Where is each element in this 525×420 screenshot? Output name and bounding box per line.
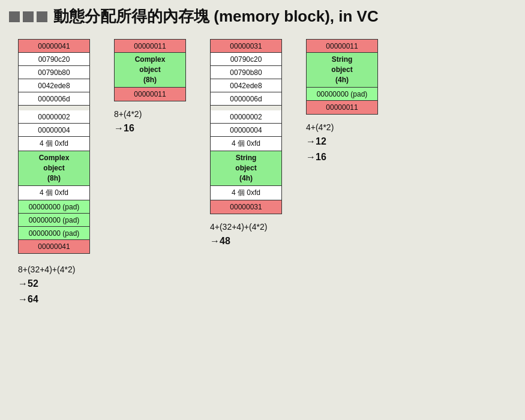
table-row: 4 個 0xfd (211, 186, 281, 200)
memory-column-2: 00000011Complexobject(8h)000000118+(4*2)… (114, 39, 186, 136)
formula-line: →52 (18, 276, 75, 292)
table-row: Stringobject(4h) (307, 53, 377, 88)
table-row: Complexobject(8h) (115, 53, 185, 88)
table-row: 00790b80 (211, 66, 281, 79)
formula-line: 8+(32+4)+(4*2) (18, 263, 75, 276)
window-controls (9, 11, 47, 22)
formula-2: 8+(4*2)→16 (114, 107, 142, 136)
table-row: 4 個 0xfd (19, 137, 89, 151)
table-row: 0042ede8 (211, 79, 281, 92)
memory-column-1: 0000004100790c2000790b800042ede80000006d… (18, 39, 90, 307)
mem-block-4: 00000011Stringobject(4h)00000000 (pad)00… (306, 39, 378, 115)
formula-line: →12 (306, 134, 334, 149)
table-row: 00000004 (211, 124, 281, 137)
formula-line: →64 (18, 292, 75, 307)
table-row: 00000002 (19, 110, 89, 124)
table-row: 00000011 (307, 40, 377, 53)
table-row: 00000041 (19, 240, 89, 253)
formula-3: 4+(32+4)+(4*2)→48 (210, 220, 267, 249)
win-btn-1[interactable] (9, 11, 20, 22)
table-row: 00000000 (pad) (307, 88, 377, 101)
table-row: 00000004 (19, 124, 89, 137)
table-row: 00000000 (pad) (19, 214, 89, 227)
table-row: 00000011 (307, 101, 377, 114)
win-btn-3[interactable] (37, 11, 47, 22)
table-row: 0000006d (19, 92, 89, 106)
table-row: 4 個 0xfd (211, 137, 281, 151)
formula-1: 8+(32+4)+(4*2)→52→64 (18, 263, 75, 307)
formula-line: →48 (210, 233, 267, 249)
table-row: 0042ede8 (19, 79, 89, 92)
table-row: Stringobject(4h) (211, 151, 281, 186)
mem-block-3: 0000003100790c2000790b800042ede80000006d… (210, 39, 282, 214)
table-row: 00000011 (115, 40, 185, 53)
page-title: 動態分配所得的內存塊 (memory block), in VC (53, 6, 379, 27)
table-row: 4 個 0xfd (19, 186, 89, 200)
memory-column-4: 00000011Stringobject(4h)00000000 (pad)00… (306, 39, 378, 165)
table-row: 00000000 (pad) (19, 200, 89, 214)
table-row: 00000002 (211, 110, 281, 124)
table-row: 00000031 (211, 200, 281, 214)
formula-line: →16 (114, 121, 142, 136)
table-row: 00000000 (pad) (19, 227, 89, 240)
main-content: 0000004100790c2000790b800042ede80000006d… (0, 33, 525, 313)
table-row: Complexobject(8h) (19, 151, 89, 186)
table-row: 00000011 (115, 88, 185, 101)
table-row: 00000031 (211, 40, 281, 53)
table-row: 00000041 (19, 40, 89, 53)
formula-line: →16 (306, 149, 334, 165)
mem-block-2: 00000011Complexobject(8h)00000011 (114, 39, 186, 101)
memory-column-3: 0000003100790c2000790b800042ede80000006d… (210, 39, 282, 249)
table-row: 00790c20 (19, 53, 89, 66)
formula-line: 4+(4*2) (306, 121, 334, 134)
table-row: 00790b80 (19, 66, 89, 79)
table-row: 0000006d (211, 92, 281, 106)
title-bar: 動態分配所得的內存塊 (memory block), in VC (0, 0, 525, 33)
win-btn-2[interactable] (23, 11, 34, 22)
formula-line: 4+(32+4)+(4*2) (210, 220, 267, 233)
mem-block-1: 0000004100790c2000790b800042ede80000006d… (18, 39, 90, 254)
formula-line: 8+(4*2) (114, 107, 142, 121)
formula-4: 4+(4*2)→12→16 (306, 121, 334, 165)
table-row: 00790c20 (211, 53, 281, 66)
